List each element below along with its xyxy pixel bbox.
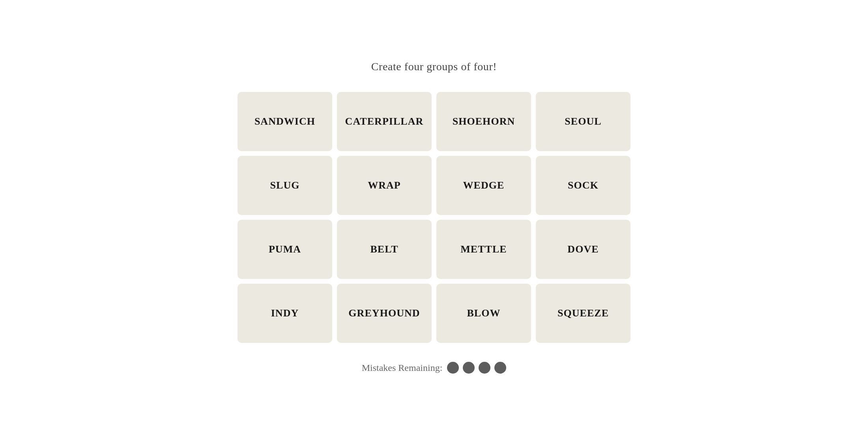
- cell-wrap[interactable]: WRAP: [337, 156, 432, 215]
- cell-seoul[interactable]: SEOUL: [536, 92, 630, 151]
- cell-belt[interactable]: BELT: [337, 220, 432, 279]
- cell-puma[interactable]: PUMA: [238, 220, 332, 279]
- cell-blow[interactable]: BLOW: [436, 284, 531, 343]
- cell-greyhound[interactable]: GREYHOUND: [337, 284, 432, 343]
- cell-dove[interactable]: DOVE: [536, 220, 630, 279]
- cell-slug[interactable]: SLUG: [238, 156, 332, 215]
- mistake-dot-2: [463, 362, 475, 374]
- mistakes-row: Mistakes Remaining:: [362, 362, 507, 374]
- cell-indy-label: INDY: [271, 307, 299, 319]
- cell-sock-label: SOCK: [568, 180, 599, 191]
- cell-blow-label: BLOW: [467, 307, 500, 319]
- cell-squeeze-label: SQUEEZE: [557, 307, 609, 319]
- game-subtitle: Create four groups of four!: [371, 60, 497, 73]
- mistake-dot-3: [479, 362, 490, 374]
- cell-wedge-label: WEDGE: [463, 180, 505, 191]
- mistake-dot-4: [494, 362, 506, 374]
- cell-wrap-label: WRAP: [368, 180, 401, 191]
- mistakes-label: Mistakes Remaining:: [362, 363, 443, 373]
- cell-greyhound-label: GREYHOUND: [348, 307, 420, 319]
- cell-shoehorn[interactable]: SHOEHORN: [436, 92, 531, 151]
- cell-belt-label: BELT: [370, 243, 398, 255]
- mistake-dot-1: [447, 362, 459, 374]
- word-grid: SANDWICHCATERPILLARSHOEHORNSEOULSLUGWRAP…: [238, 92, 630, 343]
- cell-indy[interactable]: INDY: [238, 284, 332, 343]
- cell-squeeze[interactable]: SQUEEZE: [536, 284, 630, 343]
- cell-wedge[interactable]: WEDGE: [436, 156, 531, 215]
- cell-slug-label: SLUG: [270, 180, 300, 191]
- cell-sandwich[interactable]: SANDWICH: [238, 92, 332, 151]
- cell-seoul-label: SEOUL: [565, 116, 601, 127]
- cell-mettle[interactable]: METTLE: [436, 220, 531, 279]
- cell-sandwich-label: SANDWICH: [254, 116, 315, 127]
- cell-puma-label: PUMA: [269, 243, 301, 255]
- cell-caterpillar[interactable]: CATERPILLAR: [337, 92, 432, 151]
- cell-sock[interactable]: SOCK: [536, 156, 630, 215]
- cell-mettle-label: METTLE: [460, 243, 507, 255]
- cell-caterpillar-label: CATERPILLAR: [345, 116, 424, 127]
- cell-shoehorn-label: SHOEHORN: [453, 116, 515, 127]
- mistakes-dots: [447, 362, 506, 374]
- cell-dove-label: DOVE: [567, 243, 599, 255]
